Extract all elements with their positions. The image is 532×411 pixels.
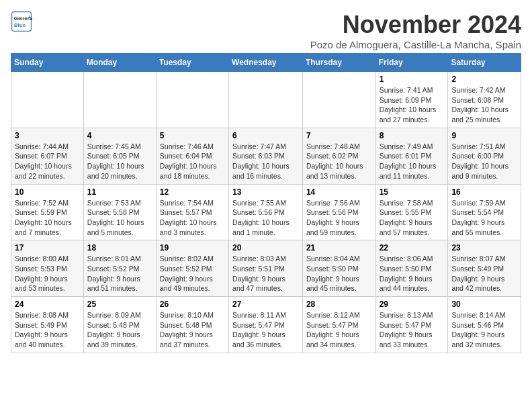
header-cell-thursday: Thursday [302, 54, 375, 72]
day-number: 9 [451, 131, 517, 140]
day-cell: 1Sunrise: 7:41 AMSunset: 6:09 PMDaylight… [375, 72, 448, 128]
day-info: Sunrise: 8:09 AMSunset: 5:48 PMDaylight:… [87, 310, 152, 350]
day-number: 20 [232, 243, 299, 253]
day-cell [11, 72, 84, 128]
svg-text:Blue: Blue [14, 22, 26, 28]
day-info: Sunrise: 7:42 AMSunset: 6:08 PMDaylight:… [451, 85, 517, 125]
day-cell: 11Sunrise: 7:53 AMSunset: 5:58 PMDayligh… [83, 184, 156, 240]
day-cell: 29Sunrise: 8:13 AMSunset: 5:47 PMDayligh… [375, 297, 448, 353]
calendar-body: 1Sunrise: 7:41 AMSunset: 6:09 PMDaylight… [11, 72, 521, 353]
day-info: Sunrise: 8:07 AMSunset: 5:49 PMDaylight:… [451, 254, 517, 293]
day-info: Sunrise: 7:58 AMSunset: 5:55 PMDaylight:… [380, 198, 445, 238]
day-info: Sunrise: 8:00 AMSunset: 5:53 PMDaylight:… [15, 254, 80, 293]
day-info: Sunrise: 7:51 AMSunset: 6:00 PMDaylight:… [451, 142, 517, 181]
day-info: Sunrise: 8:14 AMSunset: 5:46 PMDaylight:… [451, 310, 517, 350]
day-info: Sunrise: 8:04 AMSunset: 5:50 PMDaylight:… [306, 254, 372, 293]
calendar-header: SundayMondayTuesdayWednesdayThursdayFrid… [11, 54, 521, 72]
day-number: 2 [451, 75, 517, 84]
day-cell: 22Sunrise: 8:06 AMSunset: 5:50 PMDayligh… [375, 240, 448, 297]
day-cell: 26Sunrise: 8:10 AMSunset: 5:48 PMDayligh… [156, 297, 228, 353]
day-number: 7 [306, 131, 372, 140]
day-cell: 30Sunrise: 8:14 AMSunset: 5:46 PMDayligh… [448, 297, 521, 353]
day-info: Sunrise: 8:01 AMSunset: 5:52 PMDaylight:… [87, 254, 152, 293]
day-cell: 2Sunrise: 7:42 AMSunset: 6:08 PMDaylight… [448, 72, 521, 128]
day-cell: 24Sunrise: 8:08 AMSunset: 5:49 PMDayligh… [11, 297, 84, 353]
day-number: 24 [15, 300, 80, 309]
day-cell: 16Sunrise: 7:59 AMSunset: 5:54 PMDayligh… [448, 184, 521, 240]
day-info: Sunrise: 7:59 AMSunset: 5:54 PMDaylight:… [451, 198, 517, 238]
day-number: 17 [15, 243, 80, 253]
day-number: 23 [451, 243, 517, 253]
logo-icon: General Blue [11, 11, 32, 32]
day-cell: 25Sunrise: 8:09 AMSunset: 5:48 PMDayligh… [83, 297, 156, 353]
day-number: 22 [380, 243, 445, 253]
day-cell: 27Sunrise: 8:11 AMSunset: 5:47 PMDayligh… [229, 297, 303, 353]
day-cell: 4Sunrise: 7:45 AMSunset: 6:05 PMDaylight… [83, 128, 156, 184]
day-number: 11 [87, 187, 152, 197]
day-cell [302, 72, 375, 128]
day-number: 28 [306, 300, 372, 309]
day-number: 21 [306, 243, 372, 253]
week-row-3: 10Sunrise: 7:52 AMSunset: 5:59 PMDayligh… [11, 184, 521, 240]
day-number: 12 [160, 187, 225, 197]
day-info: Sunrise: 8:02 AMSunset: 5:52 PMDaylight:… [160, 254, 225, 293]
day-number: 18 [87, 243, 152, 253]
day-cell: 15Sunrise: 7:58 AMSunset: 5:55 PMDayligh… [375, 184, 448, 240]
day-info: Sunrise: 7:46 AMSunset: 6:04 PMDaylight:… [160, 142, 225, 181]
day-number: 10 [15, 187, 80, 197]
header-cell-wednesday: Wednesday [229, 54, 303, 72]
day-number: 25 [87, 300, 152, 309]
day-number: 1 [380, 75, 445, 84]
day-number: 14 [306, 187, 372, 197]
day-info: Sunrise: 7:49 AMSunset: 6:01 PMDaylight:… [380, 142, 445, 181]
month-title: November 2024 [310, 11, 521, 39]
day-cell: 21Sunrise: 8:04 AMSunset: 5:50 PMDayligh… [302, 240, 375, 297]
day-info: Sunrise: 7:47 AMSunset: 6:03 PMDaylight:… [232, 142, 299, 181]
page-header: General Blue November 2024 Pozo de Almog… [11, 11, 521, 50]
day-cell: 3Sunrise: 7:44 AMSunset: 6:07 PMDaylight… [11, 128, 84, 184]
location: Pozo de Almoguera, Castille-La Mancha, S… [310, 39, 521, 50]
day-number: 26 [160, 300, 225, 309]
day-cell [83, 72, 156, 128]
calendar-table: SundayMondayTuesdayWednesdayThursdayFrid… [11, 53, 521, 353]
day-info: Sunrise: 7:45 AMSunset: 6:05 PMDaylight:… [87, 142, 152, 181]
day-info: Sunrise: 7:41 AMSunset: 6:09 PMDaylight:… [380, 85, 445, 125]
day-cell: 12Sunrise: 7:54 AMSunset: 5:57 PMDayligh… [156, 184, 228, 240]
day-info: Sunrise: 8:03 AMSunset: 5:51 PMDaylight:… [232, 254, 299, 293]
day-cell: 7Sunrise: 7:48 AMSunset: 6:02 PMDaylight… [302, 128, 375, 184]
day-number: 30 [451, 300, 517, 309]
day-number: 16 [451, 187, 517, 197]
day-cell: 17Sunrise: 8:00 AMSunset: 5:53 PMDayligh… [11, 240, 84, 297]
header-cell-friday: Friday [375, 54, 448, 72]
week-row-4: 17Sunrise: 8:00 AMSunset: 5:53 PMDayligh… [11, 240, 521, 297]
day-info: Sunrise: 8:06 AMSunset: 5:50 PMDaylight:… [380, 254, 445, 293]
day-cell: 5Sunrise: 7:46 AMSunset: 6:04 PMDaylight… [156, 128, 228, 184]
day-info: Sunrise: 7:48 AMSunset: 6:02 PMDaylight:… [306, 142, 372, 181]
day-cell: 6Sunrise: 7:47 AMSunset: 6:03 PMDaylight… [229, 128, 303, 184]
day-number: 8 [380, 131, 445, 140]
day-number: 4 [87, 131, 152, 140]
day-info: Sunrise: 8:12 AMSunset: 5:47 PMDaylight:… [306, 310, 372, 350]
day-number: 13 [232, 187, 299, 197]
day-number: 6 [232, 131, 299, 140]
week-row-5: 24Sunrise: 8:08 AMSunset: 5:49 PMDayligh… [11, 297, 521, 353]
header-cell-saturday: Saturday [448, 54, 521, 72]
day-info: Sunrise: 7:53 AMSunset: 5:58 PMDaylight:… [87, 198, 152, 238]
day-cell: 14Sunrise: 7:56 AMSunset: 5:56 PMDayligh… [302, 184, 375, 240]
header-cell-monday: Monday [83, 54, 156, 72]
day-cell: 10Sunrise: 7:52 AMSunset: 5:59 PMDayligh… [11, 184, 84, 240]
day-info: Sunrise: 7:55 AMSunset: 5:56 PMDaylight:… [232, 198, 299, 238]
week-row-2: 3Sunrise: 7:44 AMSunset: 6:07 PMDaylight… [11, 128, 521, 184]
day-number: 27 [232, 300, 299, 309]
logo: General Blue [11, 11, 32, 32]
day-cell: 9Sunrise: 7:51 AMSunset: 6:00 PMDaylight… [448, 128, 521, 184]
day-number: 5 [160, 131, 225, 140]
day-cell: 18Sunrise: 8:01 AMSunset: 5:52 PMDayligh… [83, 240, 156, 297]
day-cell: 8Sunrise: 7:49 AMSunset: 6:01 PMDaylight… [375, 128, 448, 184]
day-info: Sunrise: 8:13 AMSunset: 5:47 PMDaylight:… [380, 310, 445, 350]
day-number: 15 [380, 187, 445, 197]
day-info: Sunrise: 8:11 AMSunset: 5:47 PMDaylight:… [232, 310, 299, 350]
day-cell [156, 72, 228, 128]
day-info: Sunrise: 8:08 AMSunset: 5:49 PMDaylight:… [15, 310, 80, 350]
day-number: 29 [380, 300, 445, 309]
